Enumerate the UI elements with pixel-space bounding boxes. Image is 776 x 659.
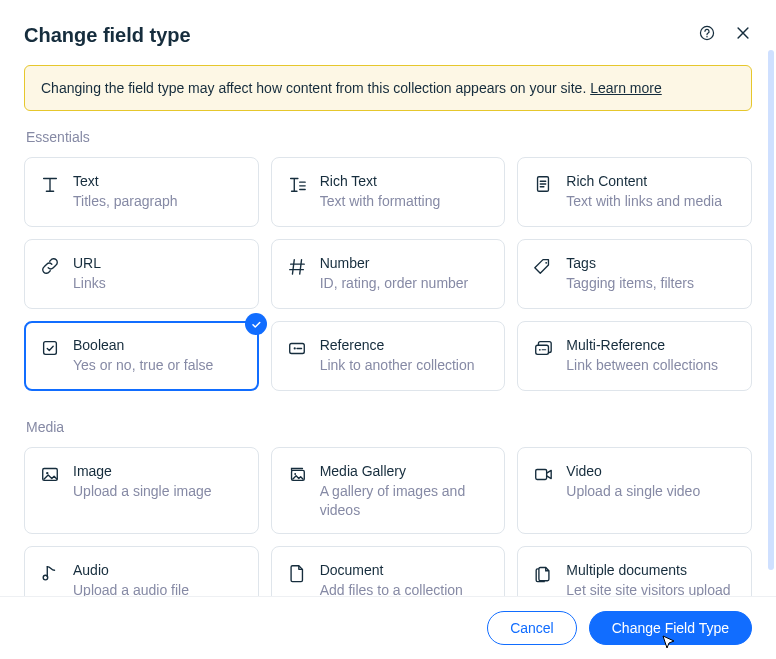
field-type-card-rich-content[interactable]: Rich ContentText with links and media <box>517 157 752 227</box>
section-label: Media <box>26 419 752 435</box>
cancel-button[interactable]: Cancel <box>487 611 577 645</box>
field-type-name: Number <box>320 254 469 272</box>
field-type-desc: Text with formatting <box>320 192 441 210</box>
learn-more-link[interactable]: Learn more <box>590 80 662 96</box>
multi-file-icon <box>532 562 554 584</box>
multi-ref-icon <box>532 337 554 359</box>
field-type-name: Boolean <box>73 336 213 354</box>
field-type-card-document[interactable]: DocumentAdd files to a collection <box>271 546 506 596</box>
field-type-desc: Upload a single image <box>73 482 212 500</box>
modal-footer: Cancel Change Field Type <box>0 596 776 659</box>
field-type-grid: TextTitles, paragraphRich TextText with … <box>24 157 752 391</box>
tag-icon <box>532 255 554 277</box>
field-type-name: Rich Content <box>566 172 722 190</box>
selected-check-icon <box>245 313 267 335</box>
field-type-name: Image <box>73 462 212 480</box>
field-type-desc: Add files to a collection <box>320 581 463 596</box>
field-type-card-url[interactable]: URLLinks <box>24 239 259 309</box>
video-icon <box>532 463 554 485</box>
modal-title: Change field type <box>24 24 698 47</box>
section-label: Essentials <box>26 129 752 145</box>
field-type-card-rich-text[interactable]: Rich TextText with formatting <box>271 157 506 227</box>
field-type-name: Multiple documents <box>566 561 737 579</box>
field-type-desc: Text with links and media <box>566 192 722 210</box>
change-field-type-modal: Change field type Changing the field typ… <box>0 0 776 659</box>
close-icon[interactable] <box>734 24 752 42</box>
scrollbar-thumb[interactable] <box>768 50 774 570</box>
field-type-desc: Tagging items, filters <box>566 274 694 292</box>
hash-icon <box>286 255 308 277</box>
file-icon <box>286 562 308 584</box>
gallery-icon <box>286 463 308 485</box>
field-type-desc: Let site site visitors upload files to a… <box>566 581 737 596</box>
document-icon <box>532 173 554 195</box>
field-type-grid: ImageUpload a single imageMedia GalleryA… <box>24 447 752 596</box>
field-type-card-audio[interactable]: AudioUpload a audio file <box>24 546 259 596</box>
image-icon <box>39 463 61 485</box>
modal-header: Change field type <box>0 0 776 51</box>
field-type-name: Text <box>73 172 178 190</box>
text-icon <box>39 173 61 195</box>
field-type-card-tags[interactable]: TagsTagging items, filters <box>517 239 752 309</box>
field-type-card-video[interactable]: VideoUpload a single video <box>517 447 752 534</box>
field-type-name: Rich Text <box>320 172 441 190</box>
field-type-desc: Yes or no, true or false <box>73 356 213 374</box>
field-type-name: Media Gallery <box>320 462 491 480</box>
field-type-desc: A gallery of images and videos <box>320 482 491 518</box>
checkbox-icon <box>39 337 61 359</box>
link-icon <box>39 255 61 277</box>
field-type-card-image[interactable]: ImageUpload a single image <box>24 447 259 534</box>
field-type-card-boolean[interactable]: BooleanYes or no, true or false <box>24 321 259 391</box>
field-type-desc: Upload a single video <box>566 482 700 500</box>
field-type-card-number[interactable]: NumberID, rating, order number <box>271 239 506 309</box>
field-type-card-multi-reference[interactable]: Multi-ReferenceLink between collections <box>517 321 752 391</box>
field-type-desc: Titles, paragraph <box>73 192 178 210</box>
field-type-desc: Upload a audio file <box>73 581 189 596</box>
rich-text-icon <box>286 173 308 195</box>
help-icon[interactable] <box>698 24 716 42</box>
field-type-desc: Link between collections <box>566 356 718 374</box>
field-type-card-reference[interactable]: ReferenceLink to another collection <box>271 321 506 391</box>
field-type-name: Multi-Reference <box>566 336 718 354</box>
modal-body: Changing the field type may affect how c… <box>0 51 776 596</box>
field-type-desc: ID, rating, order number <box>320 274 469 292</box>
field-type-desc: Link to another collection <box>320 356 475 374</box>
field-type-name: Document <box>320 561 463 579</box>
field-type-card-multi-document[interactable]: Multiple documentsLet site site visitors… <box>517 546 752 596</box>
change-field-type-button[interactable]: Change Field Type <box>589 611 752 645</box>
warning-text: Changing the field type may affect how c… <box>41 80 590 96</box>
field-type-name: Reference <box>320 336 475 354</box>
field-type-desc: Links <box>73 274 106 292</box>
field-type-name: Video <box>566 462 700 480</box>
field-type-card-text[interactable]: TextTitles, paragraph <box>24 157 259 227</box>
warning-banner: Changing the field type may affect how c… <box>24 65 752 111</box>
field-type-card-media-gallery[interactable]: Media GalleryA gallery of images and vid… <box>271 447 506 534</box>
reference-icon <box>286 337 308 359</box>
field-type-name: Audio <box>73 561 189 579</box>
field-type-name: Tags <box>566 254 694 272</box>
audio-icon <box>39 562 61 584</box>
field-type-name: URL <box>73 254 106 272</box>
